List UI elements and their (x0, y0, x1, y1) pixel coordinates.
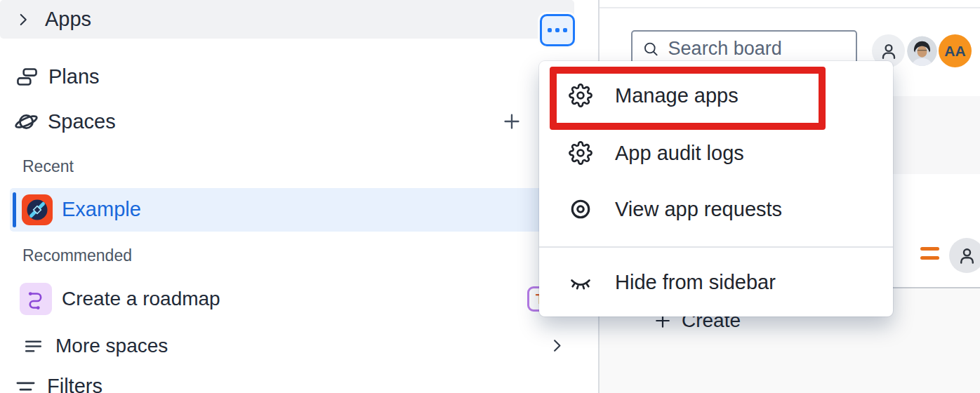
eye-closed-icon (569, 270, 592, 294)
sidebar-item-filters-label: Filters (47, 375, 102, 393)
plans-icon (15, 65, 39, 88)
chevron-right-icon (14, 11, 32, 29)
search-icon (642, 39, 659, 58)
app-window: Apps Plans Spaces Recent Example Recomme… (0, 0, 980, 393)
list-lines-icon (22, 335, 44, 357)
sidebar-item-example-label: Example (62, 198, 141, 221)
sidebar-item-spaces-label: Spaces (48, 110, 116, 133)
example-app-icon (22, 194, 53, 225)
planet-icon (14, 109, 39, 134)
sidebar-item-plans-label: Plans (48, 65, 100, 88)
gear-icon (569, 141, 592, 165)
sidebar-item-plans[interactable]: Plans (15, 60, 100, 93)
card-assignee-avatar[interactable] (949, 238, 980, 273)
menu-item-hide-from-sidebar[interactable]: Hide from sidebar (539, 255, 893, 309)
sidebar-item-create-roadmap[interactable]: Create a roadmap (20, 281, 220, 317)
sidebar-item-create-roadmap-label: Create a roadmap (62, 288, 220, 310)
menu-item-app-audit-logs[interactable]: App audit logs (539, 126, 893, 180)
sidebar-item-more-spaces-label: More spaces (55, 335, 168, 357)
menu-item-label: App audit logs (615, 142, 744, 165)
sidebar-item-more-spaces[interactable]: More spaces (22, 330, 168, 362)
person-icon (878, 41, 899, 62)
recent-section-header: Recent (22, 157, 74, 176)
plus-icon (501, 111, 522, 132)
menu-item-label: Manage apps (615, 84, 739, 107)
user-photo-icon (907, 36, 937, 67)
avatar-initials[interactable]: AA (939, 34, 972, 67)
add-space-button[interactable] (496, 106, 527, 137)
sidebar: Apps Plans Spaces Recent Example Recomme… (0, 0, 598, 393)
menu-item-view-app-requests[interactable]: View app requests (539, 182, 893, 237)
selected-indicator-bar (13, 192, 16, 227)
target-icon (569, 197, 592, 221)
sidebar-item-apps[interactable]: Apps (0, 0, 574, 39)
sidebar-item-example[interactable]: Example (10, 188, 576, 232)
menu-item-label: View app requests (615, 198, 782, 221)
menu-divider (539, 246, 893, 248)
sidebar-item-spaces[interactable]: Spaces (14, 105, 116, 138)
board-header-divider (600, 7, 980, 8)
avatar-initials-label: AA (944, 43, 965, 60)
gear-icon (569, 84, 592, 107)
apps-context-menu: Manage apps App audit logs View app requ… (539, 61, 893, 317)
ellipsis-icon (548, 28, 552, 32)
sidebar-item-apps-label: Apps (45, 8, 91, 31)
recommended-section-header: Recommended (22, 246, 132, 265)
sidebar-item-filters[interactable]: Filters (14, 370, 102, 393)
filter-lines-icon (14, 375, 37, 393)
search-board-input[interactable] (668, 38, 846, 60)
menu-item-label: Hide from sidebar (615, 271, 776, 294)
chevron-right-icon[interactable] (548, 336, 567, 355)
person-icon (956, 245, 978, 267)
avatar-user-photo[interactable] (906, 34, 939, 67)
priority-medium-icon (920, 247, 939, 265)
menu-item-manage-apps[interactable]: Manage apps (539, 67, 893, 124)
apps-more-options-button[interactable] (540, 14, 575, 46)
roadmap-icon (20, 283, 52, 315)
